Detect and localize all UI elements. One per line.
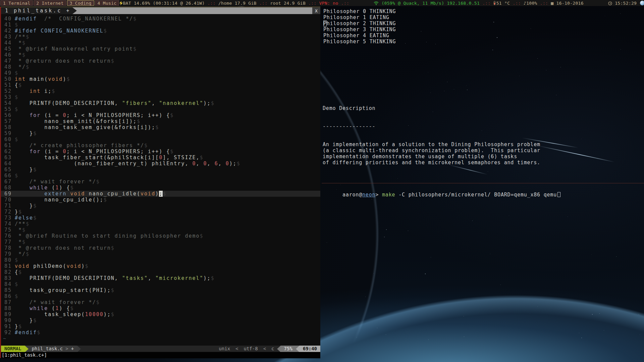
code-line[interactable]: 58 nano_task_sem_give(&forks[i]);$ [1, 124, 320, 130]
demo-description: Demo Description ---------------- An imp… [323, 93, 540, 178]
workspace-button[interactable]: 1 Terminal [0, 0, 33, 6]
code-line[interactable]: 70 nano_cpu_idle();$ [1, 197, 320, 203]
qemu-terminal-pane[interactable]: Philosopher 0 THINKINGPhilosopher 1 EATI… [322, 7, 644, 358]
code-line[interactable]: 48 */$ [1, 64, 320, 70]
code-line[interactable]: 76 * @brief Routine to start dining phil… [1, 233, 320, 239]
code-line[interactable]: 69 extern void nano_cpu_idle(void);$ [1, 191, 320, 197]
line-text: $ [15, 136, 18, 142]
code-line[interactable]: 86$ [1, 293, 320, 299]
code-line[interactable]: 41$ [1, 22, 320, 28]
code-line[interactable]: 89 task_sleep(10000);$ [1, 311, 320, 317]
code-line[interactable]: 91}$ [1, 323, 320, 329]
code-line[interactable]: 56 for (i = 0; i < N_PHILOSOPHERS; i++) … [1, 112, 320, 118]
tray-bulb-icon[interactable] [640, 1, 644, 5]
line-text: */$ [15, 251, 30, 257]
code-line[interactable]: 90 }$ [1, 317, 320, 323]
code-line[interactable]: 55$ [1, 106, 320, 112]
code-line[interactable]: 74/**$ [1, 221, 320, 227]
line-text: *$ [15, 40, 26, 46]
line-text: int main(void)$ [15, 76, 70, 82]
tab-phil-task[interactable]: 1 phil_task.c + [1, 7, 72, 14]
code-line[interactable]: 45 * @brief Nanokernel entry point$ [1, 46, 320, 52]
line-text: }$ [15, 130, 37, 136]
line-number: 48 [1, 64, 15, 70]
code-line[interactable]: 72}$ [1, 209, 320, 215]
line-text: $ [15, 94, 18, 100]
code-line[interactable]: 40#endif /* CONFIG_NANOKERNEL */$ [1, 16, 320, 22]
code-line[interactable]: 47 * @return does not return$ [1, 58, 320, 64]
line-number: 80 [1, 257, 15, 263]
line-text: extern void nano_cpu_idle(void);$ [15, 191, 166, 197]
code-line[interactable]: 64 (nano_fiber_entry_t) philEntry, 0, 0,… [1, 161, 320, 167]
code-line[interactable]: 77 *$ [1, 239, 320, 245]
tmux-pane-border[interactable] [322, 183, 644, 183]
code-line[interactable]: 50int main(void)$ [1, 76, 320, 82]
demo-text-line: (a classic multi-thread synchronization … [323, 147, 540, 154]
code-line[interactable]: 52 int i;$ [1, 88, 320, 94]
code-line[interactable]: 51{$ [1, 82, 320, 88]
code-line[interactable]: 81void philDemo(void)$ [1, 263, 320, 269]
line-number: 70 [1, 197, 15, 203]
code-line[interactable]: 73#else$ [1, 215, 320, 221]
line-text: $ [15, 70, 18, 76]
line-text: }$ [15, 167, 37, 173]
code-line[interactable]: 63 task_fiber_start(&philStack[i][0], ST… [1, 155, 320, 161]
code-line[interactable]: 67 /* wait forever */$ [1, 179, 320, 185]
tab-close-button[interactable]: X [312, 7, 320, 14]
workspace-switcher: 1 Terminal2 Internet3 Coding4 Music [0, 0, 119, 6]
code-buffer[interactable]: 40#endif /* CONFIG_NANOKERNEL */$41$42#i… [1, 16, 320, 342]
code-line[interactable]: 80$ [1, 257, 320, 263]
line-text: }$ [15, 209, 22, 215]
code-line[interactable]: 43/**$ [1, 34, 320, 40]
line-text: /* wait forever */$ [15, 299, 100, 305]
vim-editor-pane[interactable]: 1 phil_task.c + X 40#endif /* CONFIG_NAN… [0, 7, 320, 358]
code-line[interactable]: 59 }$ [1, 130, 320, 136]
code-line[interactable]: 83 PRINTF(DEMO_DESCRIPTION, "tasks", "mi… [1, 275, 320, 281]
workspace-button[interactable]: 3 Coding [67, 0, 94, 6]
chevron-icon: > [63, 346, 71, 352]
code-line[interactable]: 54 PRINTF(DEMO_DESCRIPTION, "fibers", "n… [1, 100, 320, 106]
code-line[interactable]: 44 *$ [1, 40, 320, 46]
code-line[interactable]: 87 /* wait forever */$ [1, 299, 320, 305]
code-line[interactable]: 46 *$ [1, 52, 320, 58]
line-number: 67 [1, 179, 15, 185]
philosopher-row: Philosopher 0 THINKING [323, 8, 396, 14]
cursor-position: 69:40 [300, 346, 320, 352]
line-text: (nano_fiber_entry_t) philEntry, 0, 0, 6,… [15, 161, 240, 167]
line-text: *$ [15, 52, 26, 58]
code-line[interactable]: 82{$ [1, 269, 320, 275]
code-line[interactable]: 61 /* create philosopher fibers */$ [1, 142, 320, 148]
code-line[interactable]: 66$ [1, 173, 320, 179]
line-number: 69 [1, 191, 15, 197]
code-line[interactable]: 60$ [1, 136, 320, 142]
line-text: /* wait forever */$ [15, 179, 100, 185]
philosopher-output: Philosopher 0 THINKINGPhilosopher 1 EATI… [323, 8, 396, 45]
line-number: 40 [1, 16, 15, 22]
workspace-button[interactable]: 2 Internet [34, 0, 66, 6]
line-number: 75 [1, 227, 15, 233]
line-number: 72 [1, 209, 15, 215]
code-line[interactable]: 68 while (1) {$ [1, 185, 320, 191]
code-line[interactable]: 57 nano_sem_init(&forks[i]);$ [1, 118, 320, 124]
statusline-file-segment: phil_task.c > + [29, 346, 77, 352]
code-line[interactable]: 85 task_group_start(PHI);$ [1, 287, 320, 293]
code-line[interactable]: 71 }$ [1, 203, 320, 209]
line-number: 50 [1, 76, 15, 82]
code-line[interactable]: 75 *$ [1, 227, 320, 233]
chevron-icon: < [261, 346, 269, 352]
code-line[interactable]: 78 * @return does not return$ [1, 245, 320, 251]
shell-prompt[interactable]: aaron@neon> make -C philosophers/microke… [323, 186, 560, 204]
code-line[interactable]: 88 while (1) {$ [1, 305, 320, 311]
code-line[interactable]: 49$ [1, 70, 320, 76]
code-line[interactable]: 42#ifdef CONFIG_NANOKERNEL$ [1, 28, 320, 34]
code-line[interactable]: 84$ [1, 281, 320, 287]
code-line[interactable]: 62 for (i = 0; i < N_PHILOSOPHERS; i++) … [1, 148, 320, 155]
code-line[interactable]: 92#endif$ [1, 329, 320, 336]
empty-buffer-tilde: ~ [1, 336, 320, 342]
workspace-button[interactable]: 4 Music [95, 0, 119, 6]
line-number: 91 [1, 323, 15, 329]
code-line[interactable]: 65 }$ [1, 167, 320, 173]
code-line[interactable]: 53$ [1, 94, 320, 100]
home-disk-usage: /home 17.9 GiB [218, 1, 257, 6]
code-line[interactable]: 79 */$ [1, 251, 320, 257]
